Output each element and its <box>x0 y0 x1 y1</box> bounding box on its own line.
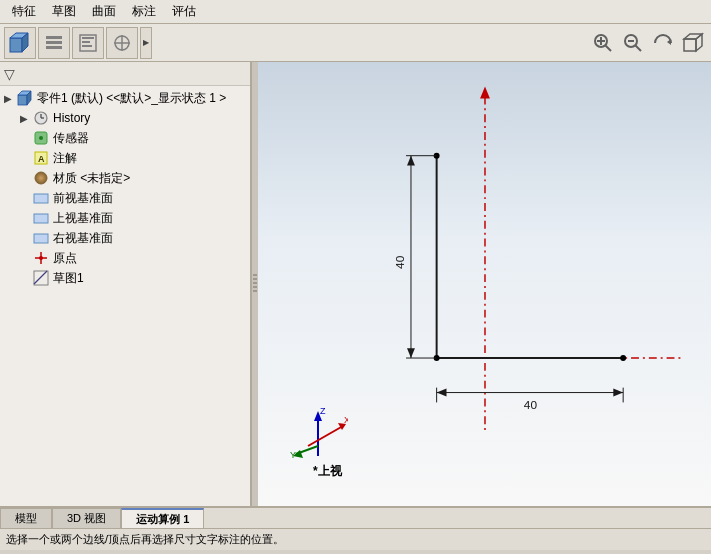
history-expand-icon[interactable]: ▶ <box>16 113 32 124</box>
zoom-fit-btn[interactable] <box>619 29 647 57</box>
menu-item-features[interactable]: 特征 <box>4 1 44 22</box>
svg-rect-21 <box>684 39 696 51</box>
menu-item-surface[interactable]: 曲面 <box>84 1 124 22</box>
view-label: *上视 <box>313 463 342 480</box>
tab-model[interactable]: 模型 <box>0 508 52 528</box>
tree-right-plane[interactable]: 右视基准面 <box>0 228 250 248</box>
svg-rect-24 <box>18 95 27 105</box>
svg-text:X: X <box>344 415 348 425</box>
tree-material[interactable]: 材质 <未指定> <box>0 168 250 188</box>
origin-label: 原点 <box>53 250 246 267</box>
svg-text:Y: Y <box>290 450 296 460</box>
top-plane-label: 上视基准面 <box>53 210 246 227</box>
svg-rect-0 <box>10 38 22 52</box>
sketch1-label: 草图1 <box>53 270 246 287</box>
tree-root[interactable]: ▶ 零件1 (默认) <<默认>_显示状态 1 > <box>0 88 250 108</box>
zoom-fit-icon <box>621 31 645 55</box>
svg-line-18 <box>635 45 641 51</box>
tree-origin[interactable]: 原点 <box>0 248 250 268</box>
svg-rect-4 <box>46 41 62 44</box>
svg-point-34 <box>35 172 47 184</box>
svg-marker-54 <box>407 156 415 166</box>
right-plane-icon <box>32 229 50 247</box>
tree-notes[interactable]: A 注解 <box>0 148 250 168</box>
part-shape-icon <box>9 32 31 54</box>
front-plane-label: 前视基准面 <box>53 190 246 207</box>
svg-marker-61 <box>613 389 623 397</box>
svg-line-66 <box>308 426 343 446</box>
right-plane-label: 右视基准面 <box>53 230 246 247</box>
notes-label: 注解 <box>53 150 246 167</box>
svg-marker-60 <box>437 389 447 397</box>
view-tools <box>589 29 707 57</box>
svg-point-50 <box>620 355 626 361</box>
svg-text:40: 40 <box>393 255 407 269</box>
crosshair-icon <box>112 33 132 53</box>
svg-rect-5 <box>46 46 62 49</box>
svg-rect-3 <box>46 36 62 39</box>
tree-front-plane[interactable]: 前视基准面 <box>0 188 250 208</box>
sketch1-icon <box>32 269 50 287</box>
top-plane-icon <box>32 209 50 227</box>
status-text: 选择一个或两个边线/顶点后再选择尺寸文字标注的位置。 <box>6 532 284 547</box>
status-bar: 选择一个或两个边线/顶点后再选择尺寸文字标注的位置。 <box>0 528 711 550</box>
toolbar-more-btn[interactable]: ▶ <box>140 27 152 59</box>
svg-point-40 <box>39 256 43 260</box>
filter-bar: ▽ <box>0 62 250 86</box>
tab-3d-view[interactable]: 3D 视图 <box>52 508 121 528</box>
zoom-area-btn[interactable] <box>589 29 617 57</box>
view-orient-icon <box>681 31 705 55</box>
sensor-label: 传感器 <box>53 130 246 147</box>
history-label: History <box>53 111 246 125</box>
feature-tree-icon <box>44 33 64 53</box>
main-area: ▽ ▶ 零件1 (默认) <<默认>_显示状态 1 > ▶ <box>0 62 711 506</box>
root-part-icon <box>16 89 34 107</box>
front-plane-icon <box>32 189 50 207</box>
part-btn[interactable] <box>4 27 36 59</box>
menu-item-annotation[interactable]: 标注 <box>124 1 164 22</box>
view-orient-btn[interactable] <box>679 29 707 57</box>
axis-indicator: Z X Y <box>288 406 348 466</box>
svg-rect-35 <box>34 194 48 203</box>
svg-text:Z: Z <box>320 406 326 416</box>
rotate-view-icon <box>651 31 675 55</box>
svg-rect-9 <box>82 45 92 47</box>
left-panel: ▽ ▶ 零件1 (默认) <<默认>_显示状态 1 > ▶ <box>0 62 252 506</box>
root-expand-icon[interactable]: ▶ <box>0 93 16 104</box>
viewport[interactable]: 40 40 Z X <box>258 62 711 506</box>
origin-icon <box>32 249 50 267</box>
tab-motion[interactable]: 运动算例 1 <box>121 508 204 528</box>
svg-line-42 <box>34 271 47 284</box>
svg-text:A: A <box>38 154 45 164</box>
tree-sensor[interactable]: 传感器 <box>0 128 250 148</box>
axis-svg: Z X Y <box>288 406 348 466</box>
toolbar: ▶ <box>0 24 711 62</box>
svg-marker-55 <box>407 348 415 358</box>
svg-marker-45 <box>480 87 490 99</box>
svg-point-31 <box>39 136 43 140</box>
svg-line-14 <box>605 45 611 51</box>
svg-marker-20 <box>667 39 671 45</box>
filter-icon: ▽ <box>4 66 15 82</box>
material-label: 材质 <未指定> <box>53 170 246 187</box>
menu-item-evaluate[interactable]: 评估 <box>164 1 204 22</box>
properties-btn[interactable] <box>72 27 104 59</box>
zoom-area-icon <box>591 31 615 55</box>
notes-icon: A <box>32 149 50 167</box>
history-icon <box>32 109 50 127</box>
svg-rect-36 <box>34 214 48 223</box>
tree-sketch1[interactable]: 草图1 <box>0 268 250 288</box>
bottom-tabs: 模型 3D 视图 运动算例 1 <box>0 506 711 528</box>
material-icon <box>32 169 50 187</box>
svg-rect-16 <box>600 37 602 45</box>
tree-history[interactable]: ▶ History <box>0 108 250 128</box>
feature-tree: ▶ 零件1 (默认) <<默认>_显示状态 1 > ▶ <box>0 86 250 506</box>
rotate-view-btn[interactable] <box>649 29 677 57</box>
feature-tree-btn[interactable] <box>38 27 70 59</box>
tree-top-plane[interactable]: 上视基准面 <box>0 208 250 228</box>
svg-rect-8 <box>82 41 90 43</box>
crosshair-btn[interactable] <box>106 27 138 59</box>
root-label: 零件1 (默认) <<默认>_显示状态 1 > <box>37 90 246 107</box>
svg-rect-7 <box>82 37 94 39</box>
menu-item-sketch[interactable]: 草图 <box>44 1 84 22</box>
